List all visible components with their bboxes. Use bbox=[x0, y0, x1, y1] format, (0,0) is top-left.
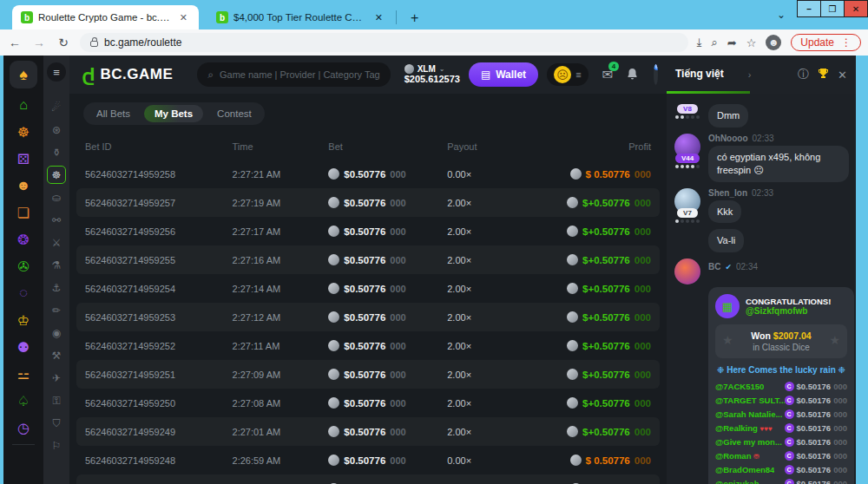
bet-row[interactable]: 56246032714959253 2:27:12 AM $0.50776000… bbox=[76, 303, 660, 331]
browser-tab-active[interactable]: b Roulette Crypto Game - bc.game ✕ bbox=[12, 5, 199, 29]
bets-tab[interactable]: Contest bbox=[207, 105, 262, 122]
mail-icon[interactable]: ✉ 4 bbox=[602, 67, 614, 82]
chat-language-tab[interactable]: Tiếng việt bbox=[675, 68, 724, 80]
tab-close-icon[interactable]: ✕ bbox=[177, 11, 190, 24]
bet-row[interactable]: 56246032714959251 2:27:09 AM $0.50776000… bbox=[76, 360, 660, 389]
forward-icon[interactable]: → bbox=[31, 36, 47, 49]
window-maximize-button[interactable]: ❐ bbox=[820, 0, 845, 17]
ring-icon[interactable]: ◌ bbox=[11, 283, 36, 304]
bet-row[interactable]: 56246032714959248 2:26:59 AM $0.50776000… bbox=[76, 446, 660, 474]
winner-name[interactable]: @Realking bbox=[715, 423, 758, 433]
bet-row[interactable]: 56246032714959254 2:27:14 AM $0.50776000… bbox=[76, 274, 660, 303]
winner-name[interactable]: @Sarah Natalie... bbox=[715, 409, 782, 419]
bcgame-logo[interactable]: Ϧ BC.GAME bbox=[82, 63, 173, 86]
gloves-icon[interactable]: ⚉ bbox=[11, 337, 36, 357]
rail-category-icon[interactable]: ✈ bbox=[47, 369, 66, 387]
sidebar-games: ♠ ⌂ ☸ ⚄ ☻ bbox=[3, 56, 43, 484]
winner-name[interactable]: @Roman bbox=[715, 451, 751, 461]
rail-category-icon[interactable]: ⛀ bbox=[47, 188, 66, 206]
rail-category-icon[interactable]: ⚒ bbox=[47, 346, 66, 364]
rain-winner-row: @BradOmen84 C $0.50176000 bbox=[715, 463, 847, 476]
rain-amount: $0.50176 bbox=[797, 479, 832, 484]
info-icon[interactable]: ⓘ bbox=[798, 67, 809, 82]
bet-row[interactable]: 56246032714959258 2:27:21 AM $0.50776000… bbox=[76, 160, 660, 188]
roulette-wheel-icon[interactable]: ☸ bbox=[11, 121, 36, 142]
share-icon[interactable]: ➦ bbox=[727, 36, 737, 49]
bet-id: 56246032714959251 bbox=[85, 370, 233, 380]
lock-icon[interactable] bbox=[90, 41, 98, 47]
rail-category-icon[interactable]: ⚯ bbox=[47, 211, 66, 229]
spade-vip-icon[interactable]: ♤ bbox=[11, 390, 36, 411]
rail-category-icon[interactable]: ☸ bbox=[47, 166, 66, 184]
winner-name[interactable]: @Give my mon... bbox=[715, 437, 782, 447]
install-icon[interactable]: ⤓ bbox=[697, 36, 702, 49]
chat-username[interactable]: Shen_lon bbox=[708, 188, 747, 198]
tab-close-icon[interactable]: ✕ bbox=[372, 11, 385, 24]
bookmark-star-icon[interactable]: ☆ bbox=[746, 36, 757, 49]
crown-icon[interactable]: ♔ bbox=[11, 310, 36, 330]
dice-icon[interactable]: ⚄ bbox=[11, 148, 36, 169]
window-menu-chevron-icon[interactable]: ⌄ bbox=[777, 9, 786, 21]
winner-name[interactable]: @onizukab bbox=[715, 479, 759, 484]
bonus-icon[interactable]: ⚍ bbox=[11, 363, 36, 384]
kebab-menu-icon[interactable]: ⋮ bbox=[841, 36, 852, 49]
balance-selector[interactable]: XLM ⌄ $205.612573 bbox=[404, 64, 460, 84]
bets-tab[interactable]: My Bets bbox=[144, 105, 203, 122]
bet-row[interactable]: 56246032714959256 2:27:17 AM $0.50776000… bbox=[76, 217, 660, 245]
rail-category-icon[interactable]: ✏ bbox=[47, 301, 66, 319]
rain-winners-list: @7ACK5150 C $0.50176000 @TARGET SULT... … bbox=[715, 380, 847, 484]
clock-icon[interactable]: ◷ bbox=[11, 417, 36, 438]
new-tab-button[interactable]: + bbox=[405, 10, 424, 26]
chevron-right-icon[interactable]: › bbox=[748, 69, 752, 80]
bet-row[interactable]: 56246032714959247 2:26:57 AM $0.50776000… bbox=[76, 474, 660, 484]
zoom-icon[interactable]: ⌕ bbox=[711, 36, 717, 49]
bet-profit: $ 0.50776 bbox=[586, 455, 630, 466]
casino-spade-logo-icon[interactable]: ♠ bbox=[10, 61, 37, 88]
bet-row[interactable]: 56246032714959252 2:27:11 AM $0.50776000… bbox=[76, 331, 660, 360]
bet-row[interactable]: 56246032714959257 2:27:19 AM $0.50776000… bbox=[76, 188, 660, 217]
bet-row[interactable]: 56246032714959255 2:27:16 AM $0.50776000… bbox=[76, 245, 660, 274]
winner-name[interactable]: @TARGET SULT... bbox=[715, 396, 785, 405]
game-search-input[interactable]: ⌕ Game name | Provider | Category Tag bbox=[197, 62, 390, 87]
bet-row[interactable]: 56246032714959250 2:27:08 AM $0.50776000… bbox=[76, 389, 660, 417]
browser-profile-icon[interactable]: ☻ bbox=[766, 35, 781, 50]
update-button[interactable]: Update ⋮ bbox=[791, 34, 861, 51]
rail-category-icon[interactable]: ⚱ bbox=[47, 143, 66, 161]
ticket-icon[interactable]: ✇ bbox=[11, 256, 36, 277]
user-avatar[interactable]: @ bbox=[654, 64, 658, 85]
rail-category-icon[interactable]: ⊛ bbox=[47, 121, 66, 139]
trophy-icon[interactable] bbox=[818, 68, 829, 82]
bell-icon[interactable] bbox=[627, 68, 638, 82]
rail-category-icon[interactable]: ⚓ bbox=[47, 278, 66, 297]
close-icon[interactable]: ✕ bbox=[838, 69, 847, 82]
rail-category-icon[interactable]: ⚗ bbox=[47, 256, 66, 274]
rail-category-icon[interactable]: ⚐ bbox=[47, 436, 66, 455]
spiral-target-icon[interactable]: ❂ bbox=[11, 229, 36, 250]
rail-category-icon[interactable]: ⚿ bbox=[47, 391, 66, 409]
back-icon[interactable]: ← bbox=[7, 36, 23, 49]
refresh-icon[interactable]: ↻ bbox=[56, 36, 71, 49]
browser-tab-2[interactable]: b $4,000 Top Tier Roulette Challen ✕ bbox=[207, 5, 394, 29]
chat-username[interactable]: OhNoooo bbox=[708, 134, 748, 143]
cards-icon[interactable]: ❏ bbox=[11, 202, 36, 223]
wallet-button[interactable]: ▤ Wallet bbox=[469, 62, 538, 87]
winner-name[interactable]: @BradOmen84 bbox=[715, 465, 774, 474]
rail-category-icon[interactable]: ⛉ bbox=[47, 414, 66, 432]
window-close-button[interactable]: ✕ bbox=[844, 0, 868, 17]
winner-name[interactable]: @7ACK5150 bbox=[715, 382, 764, 391]
bets-tab[interactable]: All Bets bbox=[86, 105, 141, 122]
bet-profit: $+0.50776 bbox=[582, 398, 630, 409]
home-icon[interactable]: ⌂ bbox=[11, 95, 36, 115]
avatar[interactable] bbox=[674, 258, 700, 285]
window-minimize-button[interactable]: – bbox=[797, 0, 821, 17]
rail-category-icon[interactable]: ⚔ bbox=[47, 233, 66, 252]
congrats-winner[interactable]: @Sizkfqmofwb bbox=[746, 306, 831, 316]
rail-category-icon[interactable]: ◉ bbox=[47, 324, 66, 342]
congrats-card: ▦ CONGRATULATIONS! @Sizkfqmofwb ★ ★ Won … bbox=[708, 287, 854, 484]
menu-burger-icon[interactable]: ≡ bbox=[47, 62, 66, 82]
crash-player-icon[interactable]: ☻ bbox=[11, 175, 36, 196]
quick-emoji-button[interactable]: ☹ ≡ bbox=[547, 63, 588, 86]
rail-category-icon[interactable]: ☄ bbox=[47, 98, 66, 116]
address-bar[interactable]: bc.game/roulette bbox=[80, 33, 688, 52]
bet-row[interactable]: 56246032714959249 2:27:01 AM $0.50776000… bbox=[76, 417, 660, 446]
